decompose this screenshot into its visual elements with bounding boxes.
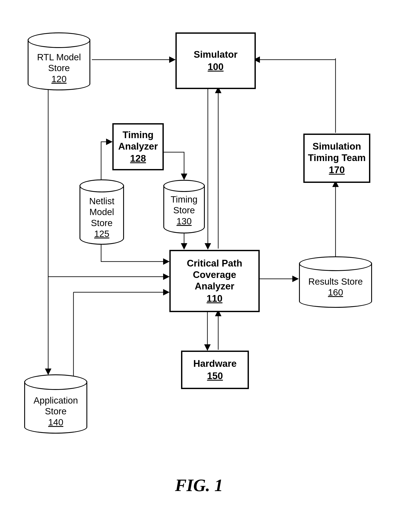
simulation-timing-team-box: Simulation Timing Team 170 — [303, 133, 370, 183]
stt-number: 170 — [329, 164, 345, 176]
simulator-box: Simulator 100 — [175, 32, 256, 89]
cp-number: 110 — [206, 293, 222, 304]
hardware-number: 150 — [207, 370, 223, 382]
rtl-title-1: RTL Model — [28, 52, 90, 63]
netlist-model-store-cylinder: Netlist Model Store 125 — [80, 179, 124, 245]
timing-store-number: 130 — [163, 216, 205, 227]
netlist-title-1: Netlist — [80, 196, 124, 207]
timing-analyzer-title-1: Timing — [122, 129, 153, 141]
rtl-title-2: Store — [28, 63, 90, 74]
figure-label: FIG. 1 — [175, 475, 223, 495]
simulator-number: 100 — [208, 61, 223, 73]
cp-title-1: Critical Path — [187, 258, 242, 269]
rtl-model-store-cylinder: RTL Model Store 120 — [28, 32, 90, 90]
simulator-title: Simulator — [194, 49, 238, 60]
netlist-title-3: Store — [80, 218, 124, 228]
timing-analyzer-number: 128 — [130, 153, 146, 164]
app-number: 140 — [24, 417, 87, 428]
stt-title-1: Simulation — [313, 141, 361, 152]
timing-store-title-1: Timing — [163, 194, 205, 205]
netlist-number: 125 — [80, 228, 124, 239]
rtl-number: 120 — [28, 74, 90, 85]
app-title-1: Application — [24, 395, 87, 406]
timing-store-cylinder: Timing Store 130 — [163, 180, 205, 234]
stt-title-2: Timing Team — [308, 152, 365, 164]
critical-path-box: Critical Path Coverage Analyzer 110 — [169, 250, 260, 312]
hardware-title: Hardware — [193, 358, 237, 369]
cp-title-2: Coverage — [193, 269, 236, 280]
hardware-box: Hardware 150 — [181, 351, 249, 389]
timing-analyzer-box: Timing Analyzer 128 — [112, 123, 164, 170]
results-store-cylinder: Results Store 160 — [299, 256, 372, 308]
app-title-2: Store — [24, 406, 87, 417]
diagram-canvas: Simulator 100 Timing Analyzer 128 Simula… — [0, 0, 420, 530]
timing-store-title-2: Store — [163, 205, 205, 216]
cp-title-3: Analyzer — [195, 280, 234, 292]
application-store-cylinder: Application Store 140 — [24, 374, 87, 434]
results-number: 160 — [299, 287, 372, 298]
timing-analyzer-title-2: Analyzer — [118, 141, 158, 152]
netlist-title-2: Model — [80, 207, 124, 218]
results-title-1: Results Store — [299, 276, 372, 287]
